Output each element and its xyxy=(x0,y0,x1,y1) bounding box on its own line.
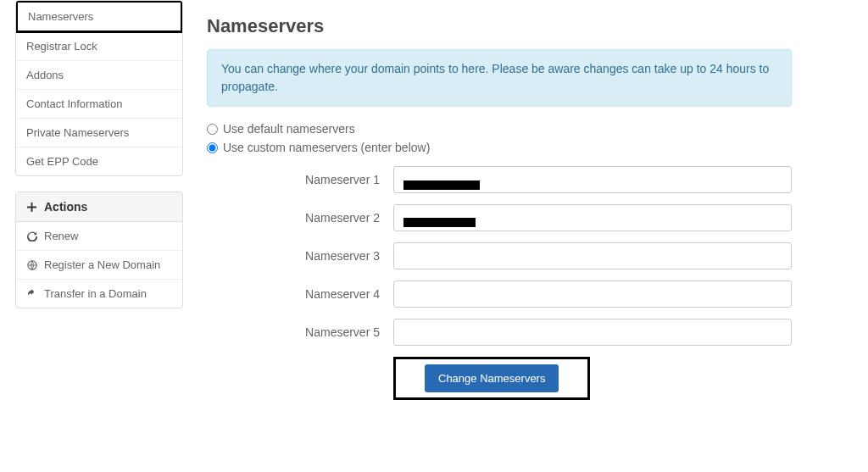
sidebar-action-transfer-domain[interactable]: Transfer in a Domain xyxy=(16,280,182,308)
change-nameservers-button[interactable]: Change Nameservers xyxy=(425,364,559,392)
info-alert: You can change where your domain points … xyxy=(207,49,792,107)
radio-default-nameservers[interactable]: Use default nameservers xyxy=(207,122,792,136)
sidebar-action-label: Renew xyxy=(44,230,78,242)
sidebar-item-label: Registrar Lock xyxy=(26,40,97,53)
sidebar-item-label: Nameservers xyxy=(28,10,93,23)
sidebar-actions-heading-text: Actions xyxy=(44,200,87,214)
radio-custom-input[interactable] xyxy=(207,142,218,153)
nameserver-3-input[interactable] xyxy=(393,242,792,269)
radio-default-input[interactable] xyxy=(207,124,218,135)
sidebar-action-label: Transfer in a Domain xyxy=(44,287,147,300)
page-title: Nameservers xyxy=(207,15,792,37)
globe-icon xyxy=(26,259,37,270)
sidebar-action-register-domain[interactable]: Register a New Domain xyxy=(16,251,182,280)
refresh-icon xyxy=(26,230,37,242)
sidebar-item-nameservers[interactable]: Nameservers xyxy=(15,0,183,33)
nameserver-4-label: Nameserver 4 xyxy=(207,287,393,301)
sidebar-item-contact-information[interactable]: Contact Information xyxy=(16,90,182,119)
nameserver-5-input[interactable] xyxy=(393,319,792,346)
share-icon xyxy=(26,288,37,299)
radio-default-label: Use default nameservers xyxy=(223,122,355,136)
sidebar-item-registrar-lock[interactable]: Registrar Lock xyxy=(16,32,182,61)
plus-icon xyxy=(26,202,37,213)
sidebar-manage-panel: Nameservers Registrar Lock Addons Contac… xyxy=(15,0,183,176)
sidebar-item-private-nameservers[interactable]: Private Nameservers xyxy=(16,119,182,147)
radio-custom-label: Use custom nameservers (enter below) xyxy=(223,141,430,154)
redacted-text xyxy=(403,218,476,227)
sidebar-actions-panel: Actions Renew Register a New Domain Tran… xyxy=(15,192,183,308)
nameserver-3-label: Nameserver 3 xyxy=(207,249,393,263)
sidebar-item-label: Get EPP Code xyxy=(26,155,98,168)
sidebar-item-addons[interactable]: Addons xyxy=(16,61,182,90)
sidebar-item-label: Private Nameservers xyxy=(26,126,129,139)
nameserver-1-label: Nameserver 1 xyxy=(207,173,393,186)
submit-highlight-box: Change Nameservers xyxy=(393,357,590,400)
radio-custom-nameservers[interactable]: Use custom nameservers (enter below) xyxy=(207,141,792,154)
nameserver-2-label: Nameserver 2 xyxy=(207,211,393,225)
nameserver-5-label: Nameserver 5 xyxy=(207,325,393,339)
sidebar-action-label: Register a New Domain xyxy=(44,258,160,271)
sidebar-action-renew[interactable]: Renew xyxy=(16,222,182,251)
sidebar-item-label: Addons xyxy=(26,69,64,81)
sidebar-item-label: Contact Information xyxy=(26,97,122,110)
sidebar-actions-heading: Actions xyxy=(16,192,182,222)
redacted-text xyxy=(403,180,480,190)
sidebar-item-get-epp-code[interactable]: Get EPP Code xyxy=(16,147,182,175)
nameserver-4-input[interactable] xyxy=(393,280,792,308)
